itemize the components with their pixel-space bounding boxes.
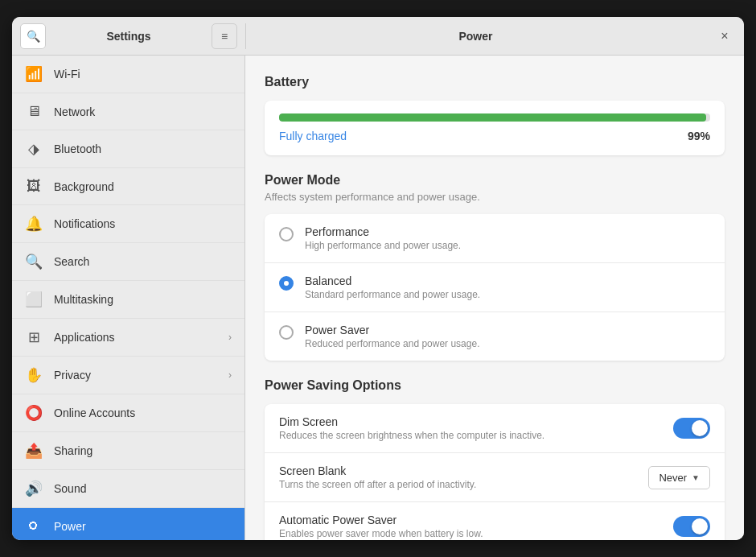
background-icon: 🖼 bbox=[25, 178, 43, 195]
settings-window: 🔍 Settings ≡ Power × 📶 Wi-Fi 🖥 Network ⬗… bbox=[12, 17, 744, 540]
power-window-title: Power bbox=[246, 30, 705, 43]
privacy-icon: ✋ bbox=[25, 366, 43, 384]
power-saving-card: Dim Screen Reduces the screen brightness… bbox=[265, 404, 725, 540]
sidebar-label-applications: Applications bbox=[54, 331, 217, 344]
power-saver-label: Power Saver bbox=[305, 324, 479, 336]
screen-blank-desc: Turns the screen off after a period of i… bbox=[279, 479, 637, 490]
sidebar-item-network[interactable]: 🖥 Network bbox=[12, 93, 244, 130]
sidebar-label-wifi: Wi-Fi bbox=[54, 68, 232, 80]
battery-bar-wrap bbox=[279, 113, 710, 122]
online-accounts-icon: ⭕ bbox=[25, 404, 43, 422]
notifications-icon: 🔔 bbox=[25, 215, 43, 233]
privacy-arrow-icon: › bbox=[228, 369, 232, 381]
battery-card: Fully charged 99% bbox=[265, 101, 725, 155]
screen-blank-label: Screen Blank bbox=[279, 464, 637, 477]
sidebar-item-notifications[interactable]: 🔔 Notifications bbox=[12, 205, 244, 243]
battery-bar bbox=[279, 113, 706, 122]
power-mode-power-saver[interactable]: Power Saver Reduced performance and powe… bbox=[265, 312, 725, 361]
power-saver-desc: Reduced performance and power usage. bbox=[305, 338, 479, 349]
battery-status-text: Fully charged bbox=[279, 130, 347, 142]
sidebar-label-background: Background bbox=[54, 180, 232, 193]
power-icon: ⭘ bbox=[25, 518, 43, 534]
network-icon: 🖥 bbox=[25, 103, 43, 120]
screen-blank-row: Screen Blank Turns the screen off after … bbox=[265, 453, 725, 502]
power-saving-title: Power Saving Options bbox=[265, 378, 725, 393]
sidebar-item-background[interactable]: 🖼 Background bbox=[12, 168, 244, 205]
sidebar-item-sharing[interactable]: 📤 Sharing bbox=[12, 432, 244, 470]
applications-icon: ⊞ bbox=[25, 328, 43, 346]
dropdown-arrow-icon: ▼ bbox=[692, 473, 700, 482]
bluetooth-icon: ⬗ bbox=[25, 140, 43, 158]
battery-status-row: Fully charged 99% bbox=[279, 130, 710, 142]
sidebar: 📶 Wi-Fi 🖥 Network ⬗ Bluetooth 🖼 Backgrou… bbox=[12, 56, 245, 540]
dim-screen-toggle[interactable] bbox=[673, 418, 710, 439]
sidebar-item-bluetooth[interactable]: ⬗ Bluetooth bbox=[12, 130, 244, 168]
battery-percent-label: 99% bbox=[688, 130, 710, 142]
radio-balanced[interactable] bbox=[279, 276, 294, 291]
sidebar-item-privacy[interactable]: ✋ Privacy › bbox=[12, 357, 244, 394]
auto-power-saver-row: Automatic Power Saver Enables power save… bbox=[265, 502, 725, 540]
screen-blank-text: Screen Blank Turns the screen off after … bbox=[279, 464, 637, 490]
power-mode-power-saver-text: Power Saver Reduced performance and powe… bbox=[305, 324, 479, 349]
power-mode-balanced-text: Balanced Standard performance and power … bbox=[305, 274, 480, 300]
power-mode-performance-text: Performance High performance and power u… bbox=[305, 225, 461, 251]
battery-section-title: Battery bbox=[265, 75, 725, 89]
auto-power-saver-toggle-knob bbox=[692, 518, 708, 534]
performance-label: Performance bbox=[305, 225, 461, 238]
balanced-desc: Standard performance and power usage. bbox=[305, 289, 480, 300]
power-mode-performance[interactable]: Performance High performance and power u… bbox=[265, 214, 725, 263]
power-mode-card: Performance High performance and power u… bbox=[265, 214, 725, 361]
sidebar-item-power[interactable]: ⭘ Power bbox=[12, 508, 244, 540]
performance-desc: High performance and power usage. bbox=[305, 240, 461, 251]
sidebar-item-online-accounts[interactable]: ⭕ Online Accounts bbox=[12, 394, 244, 432]
screen-blank-value: Never bbox=[659, 472, 687, 484]
dim-screen-row: Dim Screen Reduces the screen brightness… bbox=[265, 404, 725, 453]
radio-performance[interactable] bbox=[279, 227, 294, 241]
sidebar-label-network: Network bbox=[54, 105, 232, 118]
sidebar-label-search: Search bbox=[54, 255, 232, 268]
titlebar-left: 🔍 Settings ≡ bbox=[12, 23, 245, 49]
radio-balanced-inner bbox=[284, 281, 289, 286]
sidebar-item-applications[interactable]: ⊞ Applications › bbox=[12, 319, 244, 357]
sidebar-label-multitasking: Multitasking bbox=[54, 293, 232, 306]
search-button[interactable]: 🔍 bbox=[20, 23, 46, 49]
power-mode-balanced[interactable]: Balanced Standard performance and power … bbox=[265, 263, 725, 312]
wifi-icon: 📶 bbox=[25, 65, 43, 83]
screen-blank-dropdown[interactable]: Never ▼ bbox=[648, 466, 710, 489]
sharing-icon: 📤 bbox=[25, 442, 43, 460]
sidebar-label-sharing: Sharing bbox=[54, 444, 232, 457]
applications-arrow-icon: › bbox=[228, 332, 232, 343]
main-content: Battery Fully charged 99% Power Mode Aff… bbox=[245, 56, 744, 540]
sidebar-label-bluetooth: Bluetooth bbox=[54, 142, 232, 155]
sound-icon: 🔊 bbox=[25, 480, 43, 497]
dim-screen-desc: Reduces the screen brightness when the c… bbox=[279, 430, 673, 441]
sidebar-item-wifi[interactable]: 📶 Wi-Fi bbox=[12, 56, 244, 93]
settings-window-title: Settings bbox=[52, 30, 205, 43]
menu-button[interactable]: ≡ bbox=[212, 23, 237, 49]
dim-screen-label: Dim Screen bbox=[279, 415, 673, 428]
sidebar-label-power: Power bbox=[54, 520, 232, 533]
balanced-label: Balanced bbox=[305, 274, 480, 287]
sidebar-label-privacy: Privacy bbox=[54, 369, 217, 382]
sidebar-label-notifications: Notifications bbox=[54, 217, 232, 230]
auto-power-saver-toggle[interactable] bbox=[673, 516, 710, 537]
sidebar-label-sound: Sound bbox=[54, 482, 232, 495]
search-sidebar-icon: 🔍 bbox=[25, 253, 43, 270]
dim-screen-text: Dim Screen Reduces the screen brightness… bbox=[279, 415, 673, 441]
titlebar: 🔍 Settings ≡ Power × bbox=[12, 17, 744, 56]
window-body: 📶 Wi-Fi 🖥 Network ⬗ Bluetooth 🖼 Backgrou… bbox=[12, 56, 744, 540]
power-mode-desc: Affects system performance and power usa… bbox=[265, 191, 725, 203]
auto-power-saver-label: Automatic Power Saver bbox=[279, 514, 673, 526]
sidebar-item-multitasking[interactable]: ⬜ Multitasking bbox=[12, 281, 244, 319]
auto-power-saver-text: Automatic Power Saver Enables power save… bbox=[279, 514, 673, 539]
sidebar-label-online-accounts: Online Accounts bbox=[54, 406, 232, 419]
radio-power-saver[interactable] bbox=[279, 325, 294, 340]
power-mode-title: Power Mode bbox=[265, 173, 725, 188]
multitasking-icon: ⬜ bbox=[25, 291, 43, 308]
sidebar-item-sound[interactable]: 🔊 Sound bbox=[12, 470, 244, 508]
sidebar-item-search[interactable]: 🔍 Search bbox=[12, 243, 244, 281]
close-button[interactable]: × bbox=[705, 17, 744, 56]
dim-screen-toggle-knob bbox=[692, 420, 708, 436]
auto-power-saver-desc: Enables power saver mode when battery is… bbox=[279, 528, 673, 539]
